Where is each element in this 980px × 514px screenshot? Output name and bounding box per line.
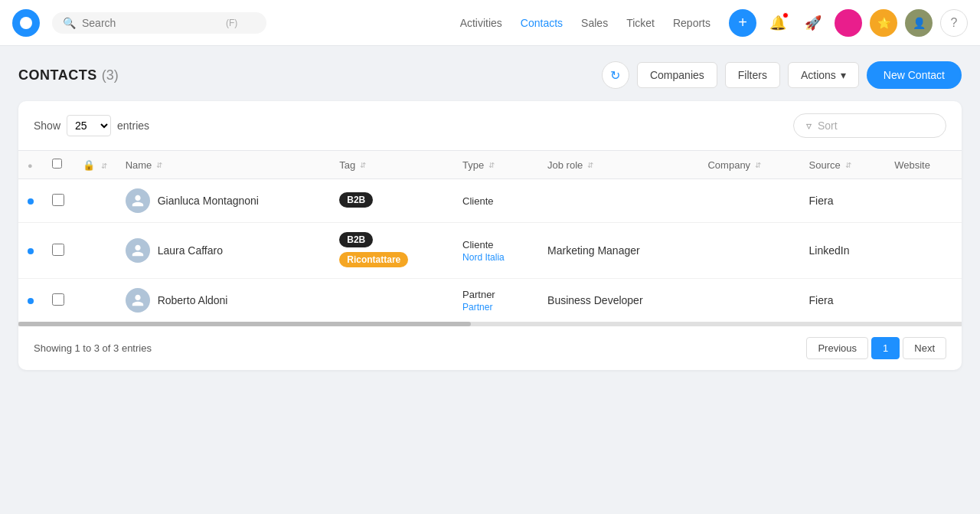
row-company-cell (698, 223, 799, 279)
row-checkbox-cell[interactable] (43, 279, 74, 322)
refresh-button[interactable]: ↻ (602, 61, 629, 89)
row-checkbox-cell[interactable] (43, 179, 74, 223)
row-tag-cell: B2BRicontattare (330, 223, 453, 279)
row-name-cell[interactable]: Gianluca Montagnoni (116, 179, 331, 223)
search-shortcut: (F) (226, 18, 237, 28)
row-name-cell[interactable]: Laura Caffaro (116, 223, 331, 279)
type-sub[interactable]: Partner (462, 302, 492, 313)
table-header-row: ● 🔒 ⇵ Name ⇵ (18, 151, 962, 179)
tag-badge[interactable]: B2B (339, 192, 373, 208)
add-button[interactable]: + (729, 9, 756, 37)
row-jobrole-cell (538, 179, 698, 223)
type-sub[interactable]: Nord Italia (462, 252, 505, 263)
row-source-cell: LinkedIn (800, 223, 886, 279)
nav-reports[interactable]: Reports (673, 17, 710, 29)
pagination-buttons: Previous 1 Next (806, 337, 946, 359)
th-job-role[interactable]: Job role ⇵ (538, 151, 698, 179)
th-name[interactable]: Name ⇵ (116, 151, 331, 179)
th-tag[interactable]: Tag ⇵ (330, 151, 453, 179)
row-website-cell (885, 179, 962, 223)
jobrole-sort-icon[interactable]: ⇵ (587, 161, 593, 169)
type-text: Cliente (462, 195, 493, 207)
select-all-checkbox[interactable] (52, 159, 62, 169)
avatar-yellow[interactable]: ⭐ (870, 9, 897, 37)
row-tag-cell (330, 279, 453, 322)
contact-name-text[interactable]: Roberto Aldoni (158, 294, 228, 306)
row-company-cell (698, 179, 799, 223)
nav-activities[interactable]: Activities (460, 17, 502, 29)
type-sort-icon[interactable]: ⇵ (488, 161, 495, 169)
rocket-icon-btn[interactable]: 🚀 (799, 9, 827, 37)
contact-avatar (126, 238, 150, 263)
nav-sales[interactable]: Sales (581, 17, 608, 29)
tag-badge[interactable]: Ricontattare (339, 252, 408, 267)
header: 🔍 (F) Activities Contacts Sales Ticket R… (0, 0, 980, 46)
contacts-bar-actions: ↻ Companies Filters Actions ▾ New Contac… (602, 61, 962, 89)
avatar-user[interactable]: 👤 (905, 9, 933, 37)
row-lock-cell (74, 179, 116, 223)
actions-chevron-icon: ▾ (841, 69, 846, 81)
sort-label: Sort (818, 119, 838, 132)
contact-name-text[interactable]: Gianluca Montagnoni (158, 195, 259, 207)
contact-name: Laura Caffaro (126, 238, 322, 263)
name-sort-icon[interactable]: ⇵ (156, 161, 162, 169)
row-jobrole-cell: Marketing Manager (538, 223, 698, 279)
previous-button[interactable]: Previous (806, 337, 868, 359)
companies-button[interactable]: Companies (637, 62, 717, 88)
tag-badge[interactable]: B2B (339, 232, 373, 247)
row-type-cell: PartnerPartner (453, 279, 538, 322)
row-source-cell: Fiera (800, 279, 886, 322)
pagination: Showing 1 to 3 of 3 entries Previous 1 N… (18, 326, 962, 370)
scroll-indicator[interactable] (18, 322, 962, 326)
entries-select[interactable]: 25 50 100 (67, 115, 111, 136)
main-nav: Activities Contacts Sales Ticket Reports (460, 17, 710, 29)
search-input[interactable] (82, 17, 220, 29)
th-company[interactable]: Company ⇵ (698, 151, 799, 179)
contact-name-text[interactable]: Laura Caffaro (158, 244, 223, 257)
showing-text: Showing 1 to 3 of 3 entries (34, 342, 152, 354)
contact-avatar (126, 288, 150, 313)
new-contact-button[interactable]: New Contact (867, 61, 962, 89)
th-type[interactable]: Type ⇵ (453, 151, 538, 179)
notification-bell[interactable]: 🔔 (764, 9, 792, 37)
lock-sort-icon[interactable]: ⇵ (101, 162, 107, 170)
row-indicator-cell (18, 179, 43, 223)
row-name-cell[interactable]: Roberto Aldoni (116, 279, 331, 322)
company-sort-icon[interactable]: ⇵ (755, 161, 761, 169)
row-checkbox[interactable] (52, 293, 64, 306)
row-checkbox[interactable] (52, 244, 64, 256)
row-checkbox[interactable] (52, 194, 64, 206)
actions-button[interactable]: Actions ▾ (788, 62, 859, 88)
avatar-pink[interactable] (835, 9, 862, 37)
indicator-circle-icon: ● (28, 161, 33, 170)
logo-button[interactable] (12, 9, 40, 37)
table-row: Roberto Aldoni PartnerPartnerBusiness De… (18, 279, 962, 322)
row-website-cell (885, 223, 962, 279)
th-indicator: ● (18, 151, 43, 179)
current-page-button[interactable]: 1 (871, 337, 900, 359)
row-source-cell: Fiera (800, 179, 886, 223)
row-jobrole-cell: Business Developer (538, 279, 698, 322)
row-indicator (28, 298, 34, 304)
sort-box[interactable]: ▿ Sort (793, 113, 946, 138)
type-text: Partner (462, 289, 495, 300)
filters-button[interactable]: Filters (725, 62, 780, 88)
row-type-cell: Cliente (453, 179, 538, 223)
nav-ticket[interactable]: Ticket (626, 17, 655, 29)
source-sort-icon[interactable]: ⇵ (845, 161, 851, 169)
search-box[interactable]: 🔍 (F) (52, 12, 266, 34)
tag-sort-icon[interactable]: ⇵ (360, 161, 366, 169)
th-source[interactable]: Source ⇵ (800, 151, 886, 179)
row-checkbox-cell[interactable] (43, 223, 74, 279)
nav-contacts[interactable]: Contacts (521, 17, 563, 29)
th-checkbox (43, 151, 74, 179)
next-button[interactable]: Next (903, 337, 946, 359)
table-card: Show 25 50 100 entries ▿ Sort ● (18, 101, 962, 370)
help-icon-btn[interactable]: ? (940, 9, 968, 37)
header-actions: + 🔔 🚀 ⭐ 👤 ? (729, 9, 968, 37)
filter-icon: ▿ (806, 119, 812, 132)
row-indicator-cell (18, 223, 43, 279)
row-website-cell (885, 279, 962, 322)
row-tag-cell: B2B (330, 179, 453, 223)
contact-name: Roberto Aldoni (126, 288, 322, 313)
